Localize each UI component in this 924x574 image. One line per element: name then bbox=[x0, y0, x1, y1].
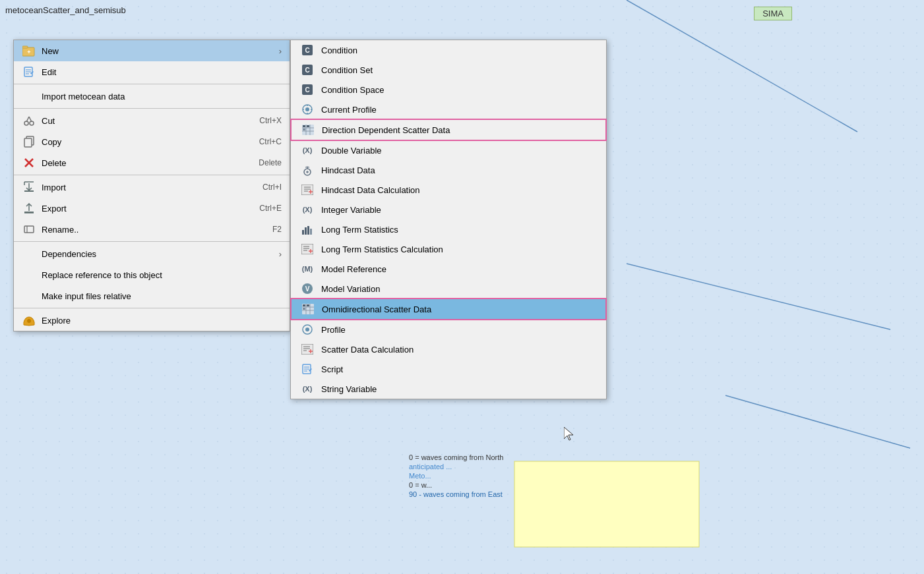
submenu-item-long-term-calc[interactable]: Long Term Statistics Calculation bbox=[291, 239, 606, 259]
menu-item-dependencies[interactable]: Dependencies › bbox=[14, 241, 290, 264]
app-title: metoceanScatter_and_semisub bbox=[5, 5, 126, 15]
menu-export-label: Export bbox=[42, 204, 239, 214]
submenu-item-long-term-stats[interactable]: Long Term Statistics bbox=[291, 219, 606, 239]
submenu-item-hindcast-calc[interactable]: Hindcast Data Calculation bbox=[291, 180, 606, 200]
svg-rect-19 bbox=[24, 138, 32, 147]
menu-delete-label: Delete bbox=[42, 158, 239, 168]
menu-item-replace[interactable]: Replace reference to this object bbox=[14, 264, 290, 285]
svg-rect-29 bbox=[24, 226, 34, 233]
delete-shortcut: Delete bbox=[259, 158, 282, 167]
svg-rect-74 bbox=[307, 304, 309, 306]
hindcast-data-icon bbox=[300, 163, 315, 177]
menu-cut-label: Cut bbox=[42, 116, 239, 126]
menu-item-edit[interactable]: Edit bbox=[14, 61, 290, 82]
submenu-item-hindcast-data[interactable]: Hindcast Data bbox=[291, 160, 606, 180]
submenu-item-double-variable[interactable]: (X) Double Variable bbox=[291, 140, 606, 160]
submenu-item-current-profile[interactable]: Current Profile bbox=[291, 100, 606, 119]
hindcast-calc-icon bbox=[300, 183, 315, 196]
condition-label: Condition bbox=[321, 45, 597, 55]
dependencies-icon bbox=[22, 246, 36, 261]
menu-explore-label: Explore bbox=[42, 316, 282, 326]
svg-line-17 bbox=[29, 117, 32, 122]
menu-copy-label: Copy bbox=[42, 137, 239, 147]
menu-edit-label: Edit bbox=[42, 67, 282, 77]
string-variable-label: String Variable bbox=[321, 384, 597, 394]
note-line4: 0 = w... bbox=[409, 481, 432, 489]
hindcast-calc-label: Hindcast Data Calculation bbox=[321, 185, 597, 195]
submenu-item-condition-space[interactable]: C Condition Space bbox=[291, 80, 606, 100]
svg-rect-44 bbox=[307, 125, 309, 127]
submenu-item-direction-scatter[interactable]: Direction Dependent Scatter Data bbox=[290, 119, 607, 141]
export-shortcut: Ctrl+E bbox=[259, 204, 282, 213]
submenu-item-scatter-calc[interactable]: Scatter Data Calculation bbox=[291, 339, 606, 359]
menu-item-cut[interactable]: Cut Ctrl+X bbox=[14, 108, 290, 131]
svg-rect-5 bbox=[514, 461, 699, 547]
svg-rect-62 bbox=[301, 244, 313, 254]
submenu-item-integer-variable[interactable]: (X) Integer Variable bbox=[291, 200, 606, 219]
menu-new-label: New bbox=[42, 46, 274, 56]
condition-space-icon: C bbox=[300, 83, 315, 96]
svg-rect-59 bbox=[305, 227, 307, 235]
svg-line-2 bbox=[627, 0, 857, 132]
note-line3: Meto... bbox=[409, 472, 431, 480]
new-arrow-icon: › bbox=[279, 46, 282, 56]
submenu-item-model-reference[interactable]: (M) Model Reference bbox=[291, 259, 606, 279]
svg-line-16 bbox=[26, 117, 29, 122]
svg-rect-58 bbox=[302, 230, 304, 235]
profile-icon bbox=[300, 323, 315, 336]
svg-rect-52 bbox=[301, 185, 313, 195]
submenu-item-omni-scatter[interactable]: Omnidirectional Scatter Data bbox=[290, 298, 607, 320]
menu-item-make-relative[interactable]: Make input files relative bbox=[14, 285, 290, 306]
menu-replace-label: Replace reference to this object bbox=[42, 270, 282, 280]
edit-icon bbox=[22, 65, 36, 79]
submenu-item-profile[interactable]: Profile bbox=[291, 320, 606, 339]
scatter-calc-icon bbox=[300, 343, 315, 356]
menu-item-import-metocean[interactable]: Import metocean data bbox=[14, 84, 290, 107]
note-line5: 90 - waves coming from East bbox=[409, 490, 503, 498]
svg-rect-7 bbox=[22, 46, 28, 48]
submenu-item-script[interactable]: Script bbox=[291, 359, 606, 379]
current-profile-icon bbox=[300, 103, 315, 116]
condition-set-icon: C bbox=[300, 63, 315, 76]
menu-item-export[interactable]: Export Ctrl+E bbox=[14, 198, 290, 219]
submenu-item-condition-set[interactable]: C Condition Set bbox=[291, 60, 606, 80]
submenu-item-string-variable[interactable]: (X) String Variable bbox=[291, 379, 606, 399]
svg-rect-78 bbox=[301, 344, 313, 355]
rename-icon bbox=[22, 222, 36, 237]
menu-item-rename[interactable]: Rename.. F2 bbox=[14, 219, 290, 240]
svg-rect-23 bbox=[24, 190, 34, 192]
model-reference-icon: (M) bbox=[300, 262, 315, 275]
model-variation-icon: V bbox=[300, 282, 315, 295]
svg-point-31 bbox=[27, 319, 31, 323]
menu-item-delete[interactable]: Delete Delete bbox=[14, 152, 290, 173]
svg-rect-73 bbox=[303, 304, 305, 306]
svg-rect-75 bbox=[303, 308, 305, 310]
menu-item-copy[interactable]: Copy Ctrl+C bbox=[14, 131, 290, 152]
menu-import-metocean-label: Import metocean data bbox=[42, 92, 282, 101]
menu-item-new[interactable]: + New › bbox=[14, 40, 290, 61]
condition-space-label: Condition Space bbox=[321, 85, 597, 95]
script-icon bbox=[300, 362, 315, 376]
dependencies-arrow-icon: › bbox=[279, 249, 282, 259]
submenu-item-condition[interactable]: C Condition bbox=[291, 40, 606, 60]
omni-scatter-label: Omnidirectional Scatter Data bbox=[322, 304, 596, 314]
svg-rect-61 bbox=[310, 229, 312, 235]
svg-text:+: + bbox=[27, 49, 30, 55]
menu-item-explore[interactable]: Explore bbox=[14, 308, 290, 331]
export-icon bbox=[22, 201, 36, 215]
submenu: C Condition C Condition Set C Condition … bbox=[290, 40, 607, 399]
rename-shortcut: F2 bbox=[272, 225, 282, 234]
submenu-item-model-variation[interactable]: V Model Variation bbox=[291, 279, 606, 299]
model-variation-label: Model Variation bbox=[321, 284, 597, 294]
svg-rect-43 bbox=[303, 125, 305, 127]
cut-icon bbox=[22, 113, 36, 128]
import-shortcut: Ctrl+I bbox=[262, 183, 282, 192]
long-term-calc-icon bbox=[300, 243, 315, 256]
menu-import-label: Import bbox=[42, 183, 243, 192]
integer-variable-icon: (X) bbox=[300, 203, 315, 216]
long-term-stats-label: Long Term Statistics bbox=[321, 225, 597, 235]
integer-variable-label: Integer Variable bbox=[321, 205, 597, 215]
cut-shortcut: Ctrl+X bbox=[259, 116, 282, 125]
svg-point-77 bbox=[305, 328, 309, 331]
menu-item-import[interactable]: Import Ctrl+I bbox=[14, 175, 290, 198]
